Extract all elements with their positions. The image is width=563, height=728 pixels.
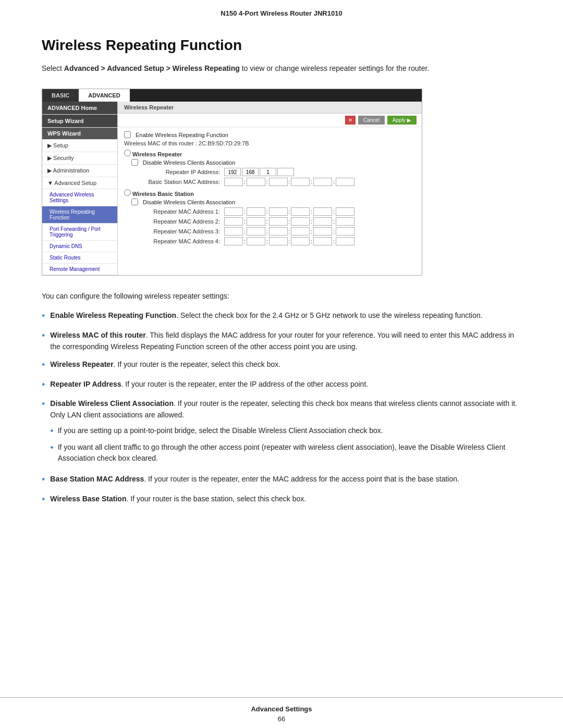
apply-button[interactable]: Apply ▶ [387, 116, 417, 125]
repeater-mac1-f1[interactable] [224, 207, 243, 216]
repeater-mac1-f6[interactable] [336, 207, 354, 216]
x-button[interactable]: ✕ [345, 116, 356, 125]
mac-addr-4-row: Repeater MAC Address 4: : : : : [131, 237, 415, 245]
list-item-4: • Repeater IP Address. If your router is… [42, 379, 521, 392]
bullet-content-3: Wireless Repeater. If your router is the… [50, 359, 521, 371]
sidebar-item-wireless-repeating[interactable]: Wireless Repeating Function [42, 206, 117, 224]
base-station-sub-section: Disable Wireless Clients Association Rep… [131, 199, 415, 245]
page-header: N150 4-Port Wireless Router JNR1010 [0, 0, 563, 21]
mac-field-5[interactable] [313, 178, 332, 186]
repeater-mac3-f3[interactable] [269, 227, 288, 236]
ip-octet-2[interactable] [242, 168, 259, 176]
mac-field-3[interactable] [269, 178, 288, 186]
mac-field-6[interactable] [336, 178, 354, 186]
bullet-content-5: Disable Wireless Client Association. If … [50, 398, 521, 467]
sidebar-item-remote-management[interactable]: Remote Management [42, 264, 117, 275]
wireless-base-station-radio-label[interactable]: Wireless Basic Station [124, 191, 194, 197]
base-station-mac-inputs: : : : : : [224, 178, 354, 186]
repeater-mac2-f2[interactable] [247, 217, 265, 226]
disable-clients-label2[interactable]: Disable Wireless Clients Association [131, 199, 235, 205]
ip-octet-4[interactable] [277, 168, 294, 176]
bullet-content-6: Base Station MAC Address. If your router… [50, 474, 521, 485]
bullet-bold-3: Wireless Repeater [50, 360, 113, 368]
bullet-list: • Enable Wireless Repeating Function. Se… [42, 310, 521, 507]
repeater-mac3-f6[interactable] [336, 227, 354, 236]
repeater-mac2-f6[interactable] [336, 217, 354, 226]
disable-clients-checkbox[interactable] [131, 159, 138, 166]
intro-bold: Advanced > Advanced Setup > Wireless Rep… [64, 64, 240, 72]
bullet-bold-1: Enable Wireless Repeating Function [50, 311, 176, 319]
sidebar-item-port-forwarding[interactable]: Port Forwarding / Port Triggering [42, 224, 117, 241]
repeater-mac2-f1[interactable] [224, 217, 243, 226]
repeater-mac1-f4[interactable] [291, 207, 310, 216]
repeater-mac1-f2[interactable] [247, 207, 265, 216]
sidebar-item-security[interactable]: ▶ Security [42, 152, 117, 165]
list-item-1: • Enable Wireless Repeating Function. Se… [42, 310, 521, 324]
bullet-dot-1: • [42, 309, 45, 324]
repeater-mac1-f3[interactable] [269, 207, 288, 216]
sidebar-item-static-routes[interactable]: Static Routes [42, 252, 117, 264]
repeater-mac3-f1[interactable] [224, 227, 243, 236]
wireless-repeater-radio[interactable] [124, 150, 131, 156]
enable-label[interactable]: Enable Wireless Repeating Function [124, 131, 228, 138]
base-station-mac-label: Basic Station MAC Address: [131, 179, 220, 185]
mac-field-1[interactable] [224, 178, 243, 186]
sub-list-item-5-1: • If you are setting up a point-to-point… [50, 425, 521, 439]
repeater-sub-section: Disable Wireless Clients Association Rep… [131, 159, 415, 186]
disable-clients-row: Disable Wireless Clients Association [131, 159, 415, 166]
sidebar-item-setup-wizard[interactable]: Setup Wizard [42, 115, 117, 128]
repeater-mac4-f4[interactable] [291, 237, 310, 245]
sidebar-item-advanced-setup[interactable]: ▼ Advanced Setup [42, 177, 117, 189]
intro-text-after: to view or change wireless repeater sett… [240, 64, 429, 72]
repeater-mac1-f5[interactable] [313, 207, 332, 216]
sub-bullet-content-5-1: If you are setting up a point-to-point b… [58, 425, 383, 437]
tab-basic[interactable]: BASIC [42, 89, 79, 102]
ip-octet-3[interactable] [260, 168, 276, 176]
repeater-mac4-f6[interactable] [336, 237, 354, 245]
bullet-bold-2: Wireless MAC of this router [50, 331, 145, 339]
disable-clients-checkbox2[interactable] [131, 199, 138, 205]
repeater-ip-row: Repeater IP Address: [131, 168, 415, 176]
router-sidebar: ADVANCED Home Setup Wizard WPS Wizard ▶ … [42, 102, 118, 275]
repeater-mac3-f2[interactable] [247, 227, 265, 236]
repeater-mac3-f4[interactable] [291, 227, 310, 236]
mac-addr-1-row: Repeater MAC Address 1: : : : : [131, 207, 415, 216]
repeater-mac4-f2[interactable] [247, 237, 265, 245]
sidebar-item-advanced-home[interactable]: ADVANCED Home [42, 102, 117, 115]
sidebar-item-advanced-wireless[interactable]: Advanced Wireless Settings [42, 189, 117, 206]
enable-checkbox[interactable] [124, 131, 131, 138]
repeater-mac4-f5[interactable] [313, 237, 332, 245]
sidebar-item-setup[interactable]: ▶ Setup [42, 140, 117, 152]
enable-row: Enable Wireless Repeating Function [124, 131, 415, 138]
page-footer: Advanced Settings 66 [0, 697, 563, 728]
ip-octet-1[interactable] [224, 168, 241, 176]
cancel-button[interactable]: Cancel [358, 116, 385, 125]
repeater-mac2-f5[interactable] [313, 217, 332, 226]
base-station-mac-row: Basic Station MAC Address: : : : : [131, 178, 415, 186]
repeater-mac4-f1[interactable] [224, 237, 243, 245]
body-text: You can configure the following wireless… [42, 290, 521, 302]
repeater-mac4-f3[interactable] [269, 237, 288, 245]
sidebar-item-wps-wizard[interactable]: WPS Wizard [42, 128, 117, 140]
disable-clients-label[interactable]: Disable Wireless Clients Association [131, 159, 235, 166]
tab-advanced[interactable]: ADVANCED [79, 89, 130, 102]
sub-bullet-dot-5-1: • [50, 424, 53, 439]
mac-field-2[interactable] [247, 178, 265, 186]
bullet-dot-2: • [42, 329, 45, 343]
repeater-ip-label: Repeater IP Address: [131, 169, 220, 175]
bullet-bold-4: Repeater IP Address [50, 380, 121, 388]
list-item-2: • Wireless MAC of this router. This fiel… [42, 330, 521, 352]
sidebar-item-administration[interactable]: ▶ Administration [42, 165, 117, 177]
repeater-mac3-f5[interactable] [313, 227, 332, 236]
router-body: ADVANCED Home Setup Wizard WPS Wizard ▶ … [42, 102, 422, 275]
bullet-bold-7: Wireless Base Station [50, 495, 126, 503]
mac-field-4[interactable] [291, 178, 310, 186]
bullet-content-1: Enable Wireless Repeating Function. Sele… [50, 310, 521, 322]
repeater-mac2-f4[interactable] [291, 217, 310, 226]
intro-paragraph: Select Advanced > Advanced Setup > Wirel… [42, 63, 521, 74]
repeater-mac2-f3[interactable] [269, 217, 288, 226]
sidebar-item-dynamic-dns[interactable]: Dynamic DNS [42, 241, 117, 252]
wireless-repeater-radio-label[interactable]: Wireless Repeater [124, 151, 182, 157]
wireless-base-station-radio[interactable] [124, 189, 131, 196]
router-main-panel: Wireless Repeater ✕ Cancel Apply ▶ [118, 102, 422, 275]
